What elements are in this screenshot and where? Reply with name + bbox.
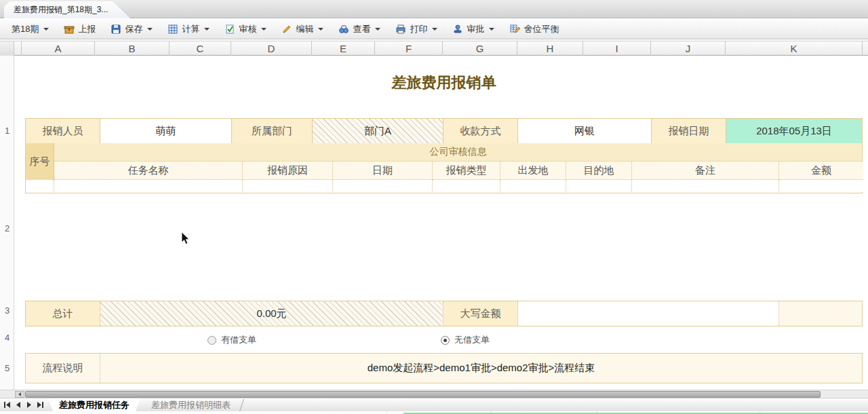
chevron-down-icon: [43, 28, 49, 31]
upload-box-icon: [64, 24, 75, 35]
audit-label: 审核: [239, 23, 256, 35]
scroll-left-arrow-icon: [18, 392, 22, 396]
data-cell-amount[interactable]: [779, 180, 863, 192]
radio-selected-icon[interactable]: [441, 336, 450, 345]
column-header-c[interactable]: C: [170, 41, 231, 56]
row-header-5[interactable]: 5: [0, 363, 14, 374]
row-header-2[interactable]: 2: [0, 223, 14, 234]
view-button[interactable]: 查看: [332, 20, 387, 38]
data-cell-reason[interactable]: [243, 180, 333, 192]
column-header-j[interactable]: J: [651, 41, 726, 56]
total-value-cell[interactable]: 0.00元: [100, 301, 443, 326]
last-sheet-icon: [37, 402, 43, 408]
col-remark: 备注: [632, 162, 779, 180]
amount-words-label-cell: 大写金额: [443, 301, 518, 326]
view-binoculars-icon: [338, 24, 349, 35]
view-label: 查看: [353, 23, 370, 35]
data-cell-type[interactable]: [433, 180, 500, 192]
audit-button[interactable]: 审核: [218, 20, 273, 38]
rounding-balance-button[interactable]: 舍位平衡: [503, 20, 565, 38]
sheet-tab-task[interactable]: 差旅费用报销任务: [48, 398, 140, 411]
flow-row: 流程说明 demo发起流程>demo1审批>demo2审批>流程结束: [25, 353, 863, 383]
data-cell-date-selected[interactable]: [333, 180, 433, 192]
chevron-down-icon: [318, 28, 323, 31]
save-label: 保存: [125, 23, 142, 35]
chevron-down-icon: [489, 28, 494, 31]
payee-value-cell[interactable]: 萌萌: [100, 119, 232, 143]
column-header-d[interactable]: D: [231, 41, 312, 56]
period-dropdown-button[interactable]: 第18期: [5, 20, 55, 38]
data-cell-destination[interactable]: [566, 180, 632, 192]
file-tab-label: 差旅费用报销_第18期_3...: [14, 4, 108, 16]
column-header-a[interactable]: A: [22, 41, 95, 56]
chevron-down-icon: [204, 28, 210, 31]
file-tab[interactable]: 差旅费用报销_第18期_3...: [4, 1, 130, 18]
payment-method-value-cell[interactable]: 网银: [518, 119, 652, 143]
data-cell-seq[interactable]: [26, 180, 54, 192]
loan-option-row: 有借支单 无借支单: [25, 326, 863, 353]
amount-words-value-cell[interactable]: [518, 301, 779, 326]
printer-icon: [395, 24, 406, 35]
column-header-k[interactable]: K: [726, 41, 863, 56]
department-value-cell[interactable]: 部门A: [313, 119, 443, 143]
detail-table: 序号 公司审核信息 任务名称 报销原因 日期 报销类型 出发地 目的地 备注 金…: [25, 143, 863, 193]
column-header-e[interactable]: E: [312, 41, 375, 56]
radio-unselected-icon[interactable]: [208, 336, 216, 345]
data-cell-remark[interactable]: [632, 180, 779, 192]
column-header-h[interactable]: H: [517, 41, 583, 56]
submit-label: 上报: [78, 23, 96, 35]
column-header-row: A B C D E F G H I J K: [0, 41, 868, 56]
last-sheet-button[interactable]: [35, 400, 44, 409]
total-row-filler-cell: [779, 301, 862, 326]
audit-check-icon: [224, 24, 235, 35]
scrollbar-thumb[interactable]: [25, 391, 821, 398]
seq-header-cell: 序号: [26, 143, 54, 180]
chevron-down-icon: [375, 28, 380, 31]
print-label: 打印: [410, 23, 427, 35]
flow-value-cell: demo发起流程>demo1审批>demo2审批>流程结束: [100, 354, 862, 383]
col-date: 日期: [333, 162, 433, 180]
row-header-1[interactable]: 1: [0, 126, 14, 136]
column-header-g[interactable]: G: [443, 41, 517, 56]
column-header-gutter: [14, 41, 22, 56]
total-row: 总计 0.00元 大写金额: [25, 301, 863, 326]
prev-sheet-button[interactable]: [14, 400, 22, 409]
flow-label-cell: 流程说明: [26, 354, 100, 383]
select-all-corner[interactable]: [0, 41, 14, 56]
row-header-3[interactable]: 3: [0, 305, 14, 316]
date-value-cell[interactable]: 2018年05月13日: [726, 119, 862, 143]
data-cell-origin[interactable]: [500, 180, 566, 192]
mouse-cursor-icon: [181, 231, 191, 245]
save-button[interactable]: 保存: [104, 20, 159, 38]
first-sheet-button[interactable]: [3, 400, 12, 409]
column-header-i[interactable]: I: [583, 41, 651, 56]
file-tab-bar: 差旅费用报销_第18期_3...: [0, 0, 868, 18]
loan-option-has-label: 有借支单: [221, 334, 256, 346]
department-label-cell: 所属部门: [232, 119, 313, 143]
row-header-4[interactable]: 4: [0, 333, 14, 343]
first-sheet-icon: [4, 402, 11, 408]
loan-option-has[interactable]: 有借支单: [208, 334, 256, 346]
data-cell-task-name[interactable]: [54, 180, 243, 192]
edit-button[interactable]: 编辑: [275, 20, 330, 38]
scroll-left-button[interactable]: [15, 391, 24, 398]
group-header-cell: 公司审核信息: [54, 143, 862, 162]
sheet-tab-detail[interactable]: 差旅费用报销明细表: [140, 398, 241, 411]
horizontal-scrollbar[interactable]: [0, 390, 868, 398]
next-sheet-button[interactable]: [24, 400, 33, 409]
column-header-f[interactable]: F: [375, 41, 443, 56]
approve-stamp-icon: [452, 24, 463, 35]
col-reason: 报销原因: [243, 162, 333, 180]
bottom-strip: [0, 411, 868, 414]
payment-method-label-cell: 收款方式: [443, 119, 518, 143]
calc-grid-icon: [167, 24, 178, 35]
column-header-b[interactable]: B: [95, 41, 170, 56]
calculate-button[interactable]: 计算: [161, 20, 216, 38]
approve-label: 审批: [467, 23, 484, 35]
print-button[interactable]: 打印: [389, 20, 443, 38]
approve-button[interactable]: 审批: [446, 20, 500, 38]
submit-button[interactable]: 上报: [58, 20, 102, 38]
payee-label-cell: 报销人员: [26, 119, 100, 143]
loan-option-none[interactable]: 无借支单: [441, 334, 490, 346]
rounding-balance-icon: [509, 24, 520, 35]
